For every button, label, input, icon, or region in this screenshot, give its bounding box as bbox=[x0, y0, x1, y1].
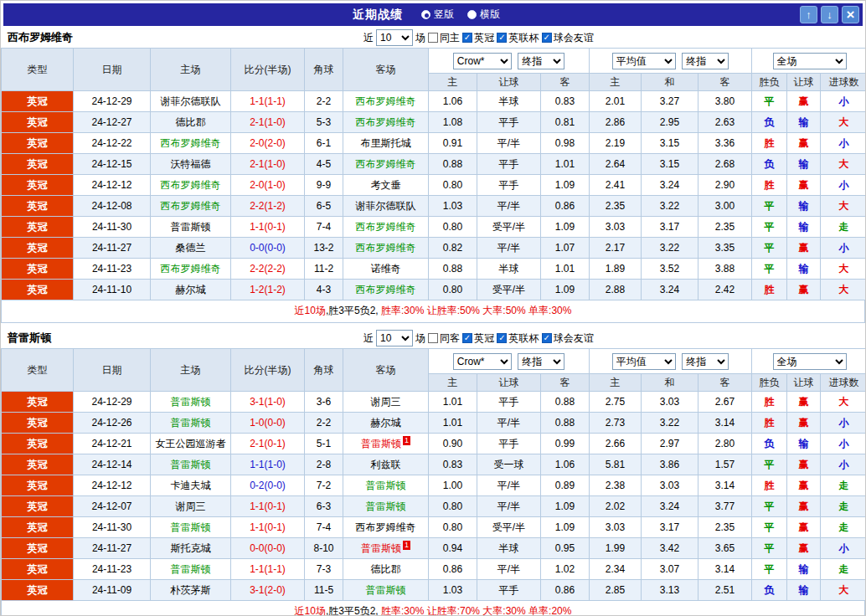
home-team-name[interactable]: 普雷斯顿 bbox=[171, 221, 211, 233]
home-team-cell[interactable]: 沃特福德 bbox=[151, 154, 231, 175]
scroll-up-button[interactable]: ↑ bbox=[800, 6, 817, 23]
league-filter-checkbox[interactable]: ✓ 球会友谊 bbox=[542, 331, 594, 346]
home-team-name[interactable]: 普雷斯顿 bbox=[171, 563, 211, 575]
away-team-cell[interactable]: 谢菲尔德联队 bbox=[343, 196, 429, 217]
home-team-cell[interactable]: 斯托克城 bbox=[151, 538, 231, 559]
away-team-cell[interactable]: 谢周三 bbox=[343, 392, 429, 413]
league-filter-checkbox[interactable]: ✓ 英冠 bbox=[462, 331, 494, 346]
same-venue-checkbox[interactable]: 同主 bbox=[428, 31, 460, 45]
home-team-cell[interactable]: 谢周三 bbox=[151, 496, 231, 517]
away-team-cell[interactable]: 普雷斯顿 bbox=[343, 580, 429, 601]
away-team-name[interactable]: 西布罗姆维奇 bbox=[356, 116, 416, 128]
scope-select[interactable]: 全场 bbox=[773, 53, 847, 69]
home-team-cell[interactable]: 普雷斯顿 bbox=[151, 413, 231, 434]
league-filter-checkbox[interactable]: ✓ 英冠 bbox=[462, 31, 494, 45]
home-team-name[interactable]: 谢菲尔德联队 bbox=[161, 95, 221, 107]
home-team-cell[interactable]: 西布罗姆维奇 bbox=[151, 259, 231, 280]
away-team-cell[interactable]: 西布罗姆维奇 bbox=[343, 217, 429, 238]
home-team-name[interactable]: 斯托克城 bbox=[171, 542, 211, 554]
home-team-name[interactable]: 朴茨茅斯 bbox=[171, 584, 211, 596]
home-team-cell[interactable]: 卡迪夫城 bbox=[151, 475, 231, 496]
recent-count-select[interactable]: 10 bbox=[376, 29, 413, 46]
home-team-cell[interactable]: 普雷斯顿 bbox=[151, 392, 231, 413]
home-team-cell[interactable]: 女王公园巡游者 bbox=[151, 434, 231, 454]
home-team-name[interactable]: 卡迪夫城 bbox=[171, 480, 211, 491]
away-team-name[interactable]: 谢周三 bbox=[371, 396, 401, 408]
league-filter-checkbox[interactable]: ✓ 英联杯 bbox=[497, 31, 539, 45]
home-team-cell[interactable]: 普雷斯顿 bbox=[151, 454, 231, 475]
away-team-name[interactable]: 普雷斯顿 bbox=[366, 480, 406, 491]
away-team-cell[interactable]: 利兹联 bbox=[343, 454, 429, 475]
avg-select[interactable]: 平均值 bbox=[612, 353, 676, 370]
away-team-cell[interactable]: 西布罗姆维奇 bbox=[343, 238, 429, 259]
away-team-name[interactable]: 利兹联 bbox=[371, 459, 401, 470]
home-team-cell[interactable]: 谢菲尔德联队 bbox=[151, 91, 231, 112]
away-team-name[interactable]: 西布罗姆维奇 bbox=[356, 242, 416, 254]
home-team-cell[interactable]: 桑德兰 bbox=[151, 238, 231, 259]
away-team-name[interactable]: 德比郡 bbox=[371, 563, 401, 575]
home-team-name[interactable]: 女王公园巡游者 bbox=[156, 438, 226, 449]
home-team-cell[interactable]: 德比郡 bbox=[151, 112, 231, 133]
league-filter-checkbox[interactable]: ✓ 球会友谊 bbox=[542, 31, 594, 45]
away-team-cell[interactable]: 普雷斯顿 bbox=[343, 496, 429, 517]
away-team-cell[interactable]: 赫尔城 bbox=[343, 413, 429, 434]
away-team-cell[interactable]: 普雷斯顿1 bbox=[343, 538, 429, 559]
away-team-name[interactable]: 西布罗姆维奇 bbox=[356, 95, 416, 107]
home-team-name[interactable]: 赫尔城 bbox=[176, 284, 206, 295]
home-team-name[interactable]: 沃特福德 bbox=[171, 158, 211, 170]
away-team-name[interactable]: 西布罗姆维奇 bbox=[356, 284, 416, 295]
odds-final-select[interactable]: 终指 bbox=[518, 53, 564, 69]
away-team-cell[interactable]: 布里斯托城 bbox=[343, 133, 429, 154]
odds-company-select[interactable]: Crow* bbox=[453, 53, 512, 69]
scroll-down-button[interactable]: ↓ bbox=[821, 6, 838, 23]
scope-select[interactable]: 全场 bbox=[773, 353, 847, 370]
avg-final-select[interactable]: 终指 bbox=[682, 53, 729, 69]
home-team-cell[interactable]: 普雷斯顿 bbox=[151, 559, 231, 580]
avg-select[interactable]: 平均值 bbox=[612, 53, 676, 69]
away-team-name[interactable]: 西布罗姆维奇 bbox=[356, 158, 416, 170]
odds-final-select[interactable]: 终指 bbox=[518, 353, 564, 370]
home-team-name[interactable]: 西布罗姆维奇 bbox=[161, 179, 221, 191]
away-team-name[interactable]: 普雷斯顿 bbox=[366, 584, 406, 596]
away-team-name[interactable]: 布里斯托城 bbox=[361, 137, 411, 149]
horizontal-layout-radio[interactable]: 横版 bbox=[467, 8, 500, 22]
home-team-name[interactable]: 普雷斯顿 bbox=[171, 396, 211, 408]
away-team-name[interactable]: 西布罗姆维奇 bbox=[356, 521, 416, 533]
home-team-cell[interactable]: 西布罗姆维奇 bbox=[151, 133, 231, 154]
away-team-name[interactable]: 诺维奇 bbox=[371, 263, 401, 275]
away-team-cell[interactable]: 考文垂 bbox=[343, 175, 429, 196]
away-team-name[interactable]: 考文垂 bbox=[371, 179, 401, 191]
avg-final-select[interactable]: 终指 bbox=[682, 353, 729, 370]
away-team-cell[interactable]: 诺维奇 bbox=[343, 259, 429, 280]
away-team-name[interactable]: 西布罗姆维奇 bbox=[356, 221, 416, 233]
away-team-name[interactable]: 谢菲尔德联队 bbox=[356, 200, 416, 212]
home-team-name[interactable]: 普雷斯顿 bbox=[171, 417, 211, 429]
home-team-name[interactable]: 西布罗姆维奇 bbox=[161, 263, 221, 275]
away-team-name[interactable]: 赫尔城 bbox=[371, 417, 401, 429]
home-team-name[interactable]: 普雷斯顿 bbox=[171, 459, 211, 470]
home-team-cell[interactable]: 西布罗姆维奇 bbox=[151, 196, 231, 217]
home-team-cell[interactable]: 普雷斯顿 bbox=[151, 217, 231, 238]
away-team-name[interactable]: 普雷斯顿 bbox=[361, 438, 401, 449]
home-team-cell[interactable]: 西布罗姆维奇 bbox=[151, 175, 231, 196]
home-team-name[interactable]: 西布罗姆维奇 bbox=[161, 137, 221, 149]
away-team-cell[interactable]: 西布罗姆维奇 bbox=[343, 280, 429, 300]
away-team-cell[interactable]: 普雷斯顿 bbox=[343, 475, 429, 496]
away-team-cell[interactable]: 西布罗姆维奇 bbox=[343, 91, 429, 112]
away-team-name[interactable]: 普雷斯顿 bbox=[361, 542, 401, 554]
away-team-cell[interactable]: 西布罗姆维奇 bbox=[343, 517, 429, 538]
home-team-name[interactable]: 西布罗姆维奇 bbox=[161, 200, 221, 212]
away-team-name[interactable]: 普雷斯顿 bbox=[366, 501, 406, 512]
away-team-cell[interactable]: 德比郡 bbox=[343, 559, 429, 580]
home-team-name[interactable]: 普雷斯顿 bbox=[171, 521, 211, 533]
away-team-cell[interactable]: 西布罗姆维奇 bbox=[343, 112, 429, 133]
vertical-layout-radio[interactable]: 竖版 bbox=[421, 8, 454, 22]
home-team-name[interactable]: 德比郡 bbox=[176, 116, 206, 128]
same-venue-checkbox[interactable]: 同客 bbox=[428, 331, 460, 346]
close-button[interactable]: × bbox=[842, 6, 859, 23]
home-team-name[interactable]: 桑德兰 bbox=[176, 242, 206, 254]
recent-count-select[interactable]: 10 bbox=[376, 330, 413, 346]
home-team-cell[interactable]: 赫尔城 bbox=[151, 280, 231, 300]
home-team-cell[interactable]: 朴茨茅斯 bbox=[151, 580, 231, 601]
away-team-cell[interactable]: 普雷斯顿1 bbox=[343, 434, 429, 454]
